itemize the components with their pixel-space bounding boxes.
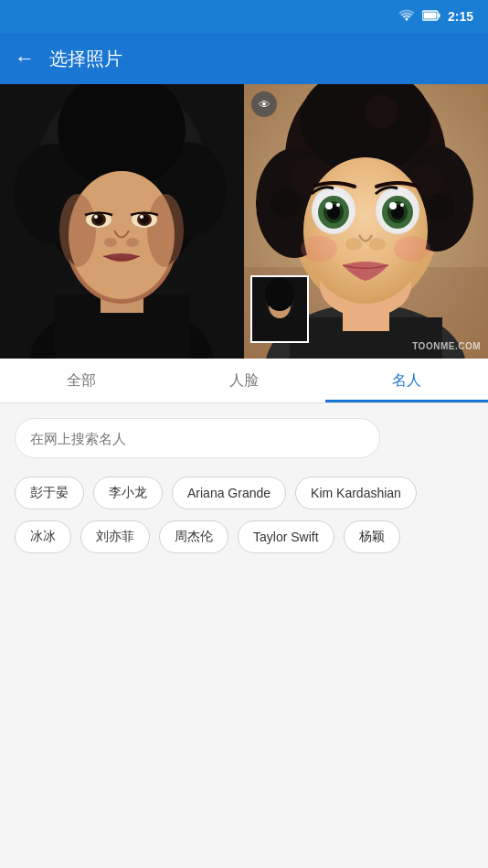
tag-bingbing[interactable]: 冰冰 [15, 520, 71, 553]
tab-all[interactable]: 全部 [0, 359, 163, 402]
real-photo[interactable] [0, 84, 244, 359]
status-bar-content: 2:15 [15, 8, 473, 25]
tag-peng-yujing[interactable]: 彭于晏 [15, 477, 84, 509]
content-area: 彭于晏 李小龙 Ariana Grande Kim Kardashian 冰冰 … [0, 403, 488, 579]
svg-point-60 [394, 236, 430, 262]
bottom-section [0, 579, 488, 868]
image-section: 👁 [0, 84, 488, 359]
svg-point-16 [147, 194, 184, 267]
svg-point-43 [334, 92, 364, 122]
real-photo-svg [0, 84, 244, 359]
tabs-container: 全部 人脸 名人 [0, 359, 488, 403]
watermark: TOONME.COM [412, 341, 481, 351]
svg-point-59 [301, 236, 337, 262]
tab-celebrity[interactable]: 名人 [325, 359, 488, 402]
tag-kim-kardashian[interactable]: Kim Kardashian [295, 477, 417, 509]
back-button[interactable]: ← [15, 47, 35, 70]
svg-point-57 [345, 238, 362, 251]
tab-face[interactable]: 人脸 [163, 359, 325, 402]
tag-yang-ying[interactable]: 杨颖 [344, 520, 400, 553]
app-bar: ← 选择照片 [0, 33, 488, 84]
svg-point-58 [369, 238, 386, 251]
svg-rect-2 [438, 14, 440, 18]
search-box[interactable] [15, 418, 380, 458]
svg-point-41 [427, 194, 454, 221]
celebrity-tags-row1: 彭于晏 李小龙 Ariana Grande Kim Kardashian [15, 477, 473, 509]
eye-icon: 👁 [259, 98, 271, 112]
eye-badge: 👁 [251, 91, 277, 117]
tag-taylor-swift[interactable]: Taylor Swift [238, 520, 334, 553]
cartoon-photo[interactable]: 👁 [244, 84, 488, 359]
svg-point-24 [140, 215, 143, 219]
svg-point-15 [59, 194, 96, 267]
svg-point-56 [400, 203, 404, 207]
svg-point-50 [336, 203, 340, 207]
svg-point-26 [126, 238, 139, 247]
cartoon-photo-svg [244, 84, 488, 359]
svg-point-55 [389, 202, 397, 209]
status-time: 2:15 [448, 9, 473, 24]
app-bar-title: 选择照片 [49, 47, 122, 71]
svg-point-25 [104, 238, 117, 247]
tag-jay-chou[interactable]: 周杰伦 [159, 520, 228, 553]
svg-point-49 [325, 202, 333, 209]
tag-bruce-lee[interactable]: 李小龙 [93, 477, 163, 509]
svg-point-42 [365, 95, 398, 128]
battery-icon [422, 8, 440, 25]
tag-ariana-grande[interactable]: Ariana Grande [172, 477, 286, 509]
svg-point-64 [265, 278, 294, 311]
svg-point-39 [271, 188, 300, 218]
wifi-icon [398, 8, 415, 25]
svg-point-20 [94, 215, 98, 219]
celebrity-tags-row2: 冰冰 刘亦菲 周杰伦 Taylor Swift 杨颖 [15, 520, 473, 553]
tag-liu-yifei[interactable]: 刘亦菲 [80, 520, 150, 553]
search-input[interactable] [30, 431, 365, 446]
svg-rect-1 [423, 13, 436, 19]
status-bar: 2:15 [0, 0, 488, 33]
